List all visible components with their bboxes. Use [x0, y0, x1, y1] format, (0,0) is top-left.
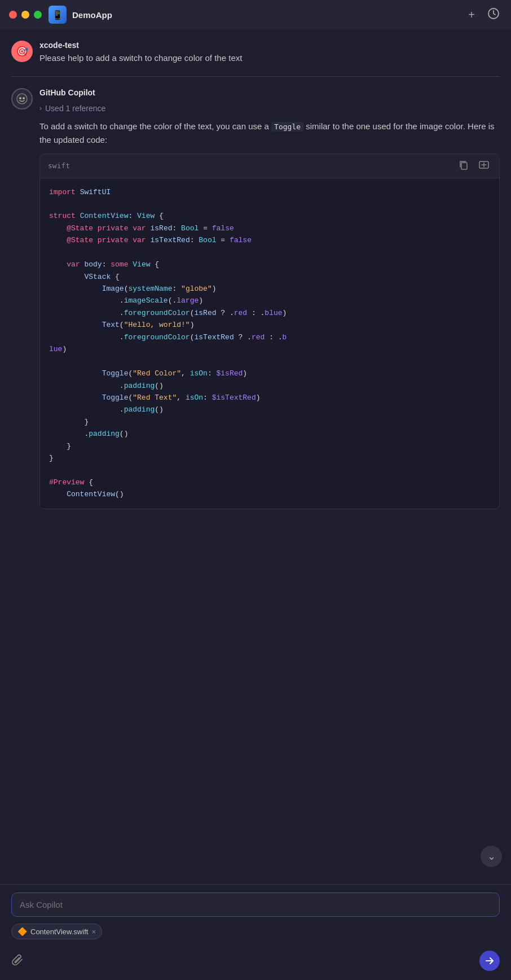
app-title: DemoApp	[72, 10, 112, 20]
traffic-lights	[9, 11, 42, 19]
chat-container: 🎯 xcode-test Please help to add a switch…	[0, 29, 511, 518]
response-text: To add a switch to change the color of t…	[39, 120, 500, 147]
copy-code-button[interactable]	[456, 159, 471, 173]
bottom-input-area: 🔶 ContentView.swift ×	[0, 884, 511, 980]
user-message: 🎯 xcode-test Please help to add a switch…	[11, 41, 500, 65]
swift-icon: 🔶	[17, 927, 27, 936]
minimize-button[interactable]	[21, 11, 29, 19]
close-button[interactable]	[9, 11, 17, 19]
bottom-toolbar	[11, 951, 500, 971]
file-chip-name: ContentView.swift	[30, 928, 88, 936]
maximize-button[interactable]	[34, 11, 42, 19]
copilot-avatar	[11, 88, 33, 110]
user-text: Please help to add a switch to change co…	[39, 52, 242, 65]
assistant-content: GitHub Copilot › Used 1 reference To add…	[39, 88, 500, 509]
code-header: swift	[40, 154, 499, 178]
code-block: swift	[39, 154, 500, 509]
title-bar-content: 📱 DemoApp	[49, 6, 466, 24]
assistant-message: GitHub Copilot › Used 1 reference To add…	[11, 88, 500, 509]
send-button[interactable]	[479, 951, 500, 971]
title-bar: 📱 DemoApp +	[0, 0, 511, 29]
insert-code-button[interactable]	[477, 159, 491, 173]
code-language: swift	[48, 161, 70, 170]
assistant-name: GitHub Copilot	[39, 88, 500, 97]
svg-point-2	[19, 97, 21, 99]
scroll-down-button[interactable]: ⌄	[481, 846, 502, 867]
file-chip-close-button[interactable]: ×	[91, 928, 96, 936]
user-info: xcode-test Please help to add a switch t…	[39, 41, 242, 65]
svg-point-3	[23, 97, 25, 99]
code-content: import SwiftUI struct ContentView: View …	[40, 178, 499, 509]
title-bar-actions: +	[466, 5, 502, 25]
history-button[interactable]	[485, 5, 502, 25]
app-icon: 📱	[49, 6, 67, 24]
ask-copilot-input[interactable]	[11, 893, 500, 917]
reference-label: Used 1 reference	[45, 104, 105, 113]
svg-rect-4	[461, 163, 467, 169]
new-chat-button[interactable]: +	[466, 6, 477, 24]
user-avatar: 🎯	[11, 41, 33, 62]
message-separator	[11, 76, 500, 77]
username: xcode-test	[39, 41, 242, 50]
code-actions	[456, 159, 491, 173]
chevron-right-icon: ›	[39, 104, 42, 112]
reference-row[interactable]: › Used 1 reference	[39, 104, 500, 113]
attach-button[interactable]	[11, 953, 24, 969]
svg-point-1	[17, 94, 27, 104]
file-chip: 🔶 ContentView.swift ×	[11, 924, 102, 939]
